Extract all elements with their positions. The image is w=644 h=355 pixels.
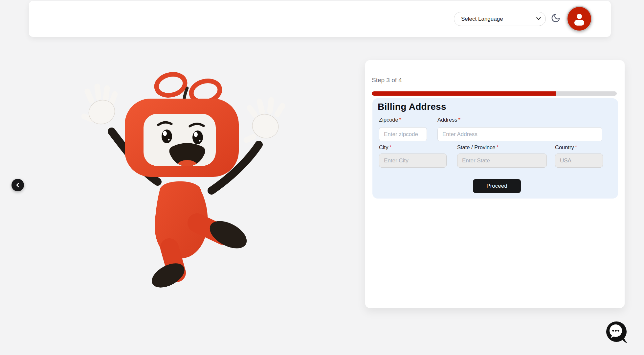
step-indicator: Step 3 of 4 — [372, 77, 402, 84]
dark-mode-toggle[interactable] — [550, 13, 561, 24]
required-mark: * — [575, 144, 577, 150]
user-icon — [572, 11, 587, 26]
address-input[interactable] — [437, 127, 602, 141]
page: { "header": { "language_select": { "sele… — [0, 0, 644, 355]
required-mark: * — [458, 117, 460, 123]
city-label-text: City — [379, 144, 388, 150]
proceed-button[interactable]: Proceed — [473, 179, 521, 193]
state-input — [457, 154, 547, 168]
moon-icon — [551, 13, 561, 23]
billing-form-panel: Billing Address Zipcode* Address* City* … — [372, 98, 618, 199]
progress-bar — [372, 91, 617, 96]
form-title: Billing Address — [378, 102, 446, 112]
city-input — [379, 154, 447, 168]
wizard-card: Step 3 of 4 Billing Address Zipcode* Add… — [365, 60, 625, 308]
city-label: City* — [379, 144, 391, 151]
left-glove — [84, 86, 118, 128]
required-mark: * — [399, 117, 401, 123]
chevron-left-icon — [15, 182, 20, 188]
language-select-wrap: Select Language — [454, 12, 546, 26]
state-label: State / Province* — [457, 144, 499, 151]
address-label-text: Address — [437, 117, 457, 123]
top-header-bar: Select Language — [29, 1, 611, 37]
country-input — [555, 154, 603, 168]
zipcode-label-text: Zipcode — [379, 117, 398, 123]
language-select[interactable]: Select Language — [454, 12, 546, 26]
chat-bubble-icon — [605, 320, 629, 344]
state-label-text: State / Province — [457, 144, 495, 150]
mascot-head — [125, 99, 239, 177]
back-button[interactable] — [11, 179, 24, 191]
country-label: Country* — [555, 144, 577, 151]
zipcode-label: Zipcode* — [379, 117, 401, 123]
right-glove — [246, 100, 282, 141]
required-mark: * — [389, 144, 391, 150]
required-mark: * — [496, 144, 498, 150]
user-avatar[interactable] — [566, 6, 592, 32]
address-label: Address* — [437, 117, 460, 123]
mascot-illustration — [81, 68, 293, 297]
country-label-text: Country — [555, 144, 574, 150]
chat-launcher[interactable] — [605, 320, 629, 344]
zipcode-input[interactable] — [379, 127, 427, 141]
progress-fill — [372, 91, 556, 96]
